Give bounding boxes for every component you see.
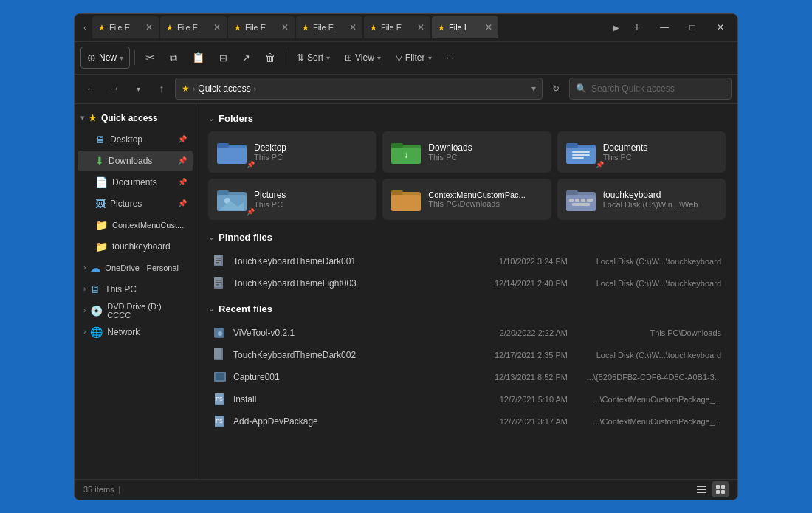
sidebar-item-downloads[interactable]: ⬇ Downloads 📌 — [78, 151, 193, 171]
sidebar-quick-access[interactable]: ▾ ★ Quick access — [78, 108, 193, 128]
recent-file-row-3[interactable]: PS Install 12/7/2021 5:10 AM ...\Context… — [208, 388, 726, 410]
tab-3-close[interactable]: ✕ — [281, 22, 289, 32]
paste-button[interactable]: 📋 — [186, 47, 210, 69]
folder-card-touchkeyboard[interactable]: touchkeyboard Local Disk (C:\)Win...\Web — [557, 179, 726, 220]
pinned-file-icon-1 — [213, 276, 227, 291]
dvd-icon: 💿 — [90, 305, 103, 317]
sidebar-item-documents[interactable]: 📄 Documents 📌 — [78, 172, 193, 193]
breadcrumb-bar[interactable]: ★ › Quick access › ▾ — [175, 78, 543, 100]
title-bar: ‹ ★ File E ✕ ★ File E ✕ ★ File E ✕ ★ Fil… — [75, 14, 737, 42]
contextmenu-icon: 📁 — [95, 219, 108, 231]
new-tab-button[interactable]: + — [627, 17, 647, 38]
folder-name-touchkeyboard: touchkeyboard — [603, 190, 717, 200]
pinned-file-date-0: 1/10/2022 3:24 PM — [461, 257, 568, 266]
copy-button[interactable]: ⧉ — [164, 47, 183, 69]
downloads-icon: ⬇ — [95, 155, 104, 167]
recent-locations-button[interactable]: ▾ — [128, 78, 148, 99]
filter-button[interactable]: ▽ Filter ▾ — [390, 47, 438, 69]
pinned-file-icon-0 — [213, 254, 227, 269]
thispc-icon: 🖥 — [90, 283, 100, 295]
grid-view-button[interactable] — [712, 481, 729, 497]
folder-pin-documents: 📌 — [596, 161, 604, 168]
sidebar: ▾ ★ Quick access 🖥 Desktop 📌 ⬇ Downloads… — [75, 104, 196, 479]
downloads-pin-icon: 📌 — [178, 156, 187, 165]
maximize-button[interactable]: □ — [678, 16, 706, 38]
sidebar-network-label: Network — [107, 327, 140, 337]
status-count: 35 items — [83, 485, 114, 494]
recent-file-row-4[interactable]: PS Add-AppDevPackage 12/7/2021 3:17 AM .… — [208, 410, 726, 433]
cut-button[interactable]: ✂ — [140, 47, 161, 69]
view-button[interactable]: ⊞ View ▾ — [339, 47, 387, 69]
sort-icon: ⇅ — [297, 52, 304, 63]
back-button[interactable]: ← — [80, 78, 101, 99]
sidebar-item-thispc[interactable]: › 🖥 This PC — [78, 279, 193, 300]
tab-6-close[interactable]: ✕ — [485, 22, 492, 32]
tab-scroll-left[interactable]: ‹ — [78, 17, 92, 38]
folder-info-downloads: Downloads This PC — [428, 142, 542, 162]
sort-button[interactable]: ⇅ Sort ▾ — [291, 47, 336, 69]
tab-5[interactable]: ★ File E ✕ — [364, 16, 430, 38]
search-bar[interactable]: 🔍 Search Quick access — [569, 78, 732, 100]
svg-text:PS: PS — [216, 419, 223, 424]
breadcrumb-text: Quick access — [198, 83, 250, 94]
tab-4[interactable]: ★ File E ✕ — [296, 16, 362, 38]
pictures-icon: 🖼 — [95, 198, 106, 210]
sidebar-item-dvd[interactable]: › 💿 DVD Drive (D:) CCCC — [78, 300, 193, 321]
list-view-button[interactable] — [693, 481, 709, 497]
sidebar-item-network[interactable]: › 🌐 Network — [78, 322, 193, 342]
recent-file-icon-0 — [213, 326, 227, 340]
view-label: View — [355, 52, 374, 63]
recent-file-icon-4: PS — [213, 414, 227, 429]
tab-2[interactable]: ★ File E ✕ — [160, 16, 227, 38]
sidebar-onedrive-label: OneDrive - Personal — [105, 264, 179, 272]
rename-button[interactable]: ⊟ — [213, 47, 233, 69]
folder-icon-desktop — [217, 139, 247, 165]
close-button[interactable]: ✕ — [706, 16, 734, 38]
sidebar-item-onedrive[interactable]: › ☁ OneDrive - Personal — [78, 258, 193, 278]
folder-card-desktop[interactable]: Desktop This PC 📌 — [208, 131, 376, 173]
tab-6[interactable]: ★ File I ✕ — [432, 16, 498, 38]
delete-button[interactable]: 🗑 — [259, 47, 281, 69]
tab-1[interactable]: ★ File E ✕ — [92, 16, 159, 38]
folder-card-documents[interactable]: Documents This PC 📌 — [557, 131, 726, 173]
up-button[interactable]: ↑ — [151, 78, 172, 99]
forward-button[interactable]: → — [104, 78, 125, 99]
recent-file-row-0[interactable]: ViVeTool-v0.2.1 2/20/2022 2:22 AM This P… — [208, 322, 726, 344]
folder-icon-touchkeyboard — [566, 186, 596, 213]
pinned-file-row-0[interactable]: TouchKeyboardThemeDark001 1/10/2022 3:24… — [208, 250, 726, 272]
tab-5-close[interactable]: ✕ — [417, 22, 424, 32]
tab-3[interactable]: ★ File E ✕ — [228, 16, 295, 38]
tab-scroll-right[interactable]: ▶ — [609, 17, 624, 38]
more-icon: ··· — [447, 52, 454, 63]
recent-file-row-2[interactable]: Capture001 12/13/2021 8:52 PM ...\{5205D… — [208, 366, 726, 388]
share-button[interactable]: ↗ — [236, 47, 256, 69]
onedrive-icon: ☁ — [90, 262, 100, 274]
more-button[interactable]: ··· — [441, 47, 460, 69]
svg-rect-5 — [391, 143, 403, 148]
tab-4-close[interactable]: ✕ — [349, 22, 357, 32]
tab-1-close[interactable]: ✕ — [145, 22, 153, 32]
folder-card-downloads[interactable]: ↓ Downloads This PC — [382, 131, 551, 173]
tab-2-close[interactable]: ✕ — [213, 22, 221, 32]
sidebar-item-contextmenu[interactable]: 📁 ContextMenuCust... — [78, 215, 193, 235]
refresh-button[interactable]: ↻ — [546, 78, 566, 99]
recent-file-row-1[interactable]: TouchKeyboardThemeDark002 12/17/2021 2:3… — [208, 344, 726, 366]
folder-icon-pictures — [217, 186, 247, 213]
folder-card-contextmenu[interactable]: ContextMenuCustomPac... This PC\Download… — [382, 179, 551, 220]
svg-rect-11 — [572, 154, 590, 156]
thispc-chevron-icon: › — [83, 285, 86, 293]
new-button[interactable]: ⊕ New ▾ — [80, 47, 130, 69]
svg-rect-27 — [587, 199, 593, 202]
tab-4-label: File E — [313, 23, 334, 32]
folder-card-pictures[interactable]: Pictures This PC 📌 — [208, 179, 376, 220]
pinned-file-row-1[interactable]: TouchKeyboardThemeLight003 12/14/2021 2:… — [208, 272, 726, 295]
breadcrumb-dropdown-button[interactable]: ▾ — [531, 83, 536, 94]
recent-file-date-2: 12/13/2021 8:52 PM — [461, 373, 568, 382]
sidebar-item-touchkeyboard[interactable]: 📁 touchkeyboard — [78, 236, 193, 257]
sidebar-item-pictures[interactable]: 🖼 Pictures 📌 — [78, 193, 193, 214]
sidebar-item-desktop[interactable]: 🖥 Desktop 📌 — [78, 129, 193, 150]
paste-icon: 📋 — [192, 52, 204, 63]
tab-star-icon-4: ★ — [302, 23, 309, 32]
minimize-button[interactable]: — — [650, 16, 678, 38]
desktop-icon: 🖥 — [95, 134, 106, 145]
